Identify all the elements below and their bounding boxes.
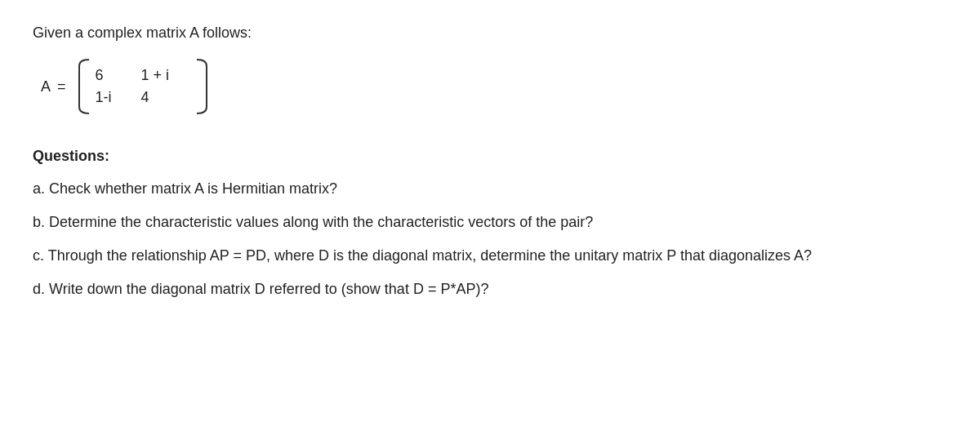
questions-title: Questions: [33,148,947,165]
page-content: Given a complex matrix A follows: A = 6 … [33,24,947,300]
matrix-grid: 6 1 + i 1-i 4 [92,62,194,111]
question-a: a. Check whether matrix A is Hermitian m… [33,178,947,200]
matrix-cell-11: 4 [141,89,190,106]
matrix-cell-01: 1 + i [141,67,190,84]
question-c: c. Through the relationship AP = PD, whe… [33,245,947,267]
matrix-cell-10: 1-i [96,89,128,106]
matrix-equals: = [57,78,66,95]
bracket-right-icon [194,58,210,115]
questions-section: Questions: a. Check whether matrix A is … [33,148,947,300]
question-d: d. Write down the diagonal matrix D refe… [33,278,947,300]
matrix-cell-00: 6 [96,67,128,84]
question-b: b. Determine the characteristic values a… [33,211,947,233]
matrix-section: A = 6 1 + i 1-i 4 [41,58,947,115]
matrix-wrapper: 6 1 + i 1-i 4 [76,58,210,115]
matrix-label: A [41,78,51,95]
bracket-left-icon [76,58,92,115]
intro-text: Given a complex matrix A follows: [33,24,947,42]
